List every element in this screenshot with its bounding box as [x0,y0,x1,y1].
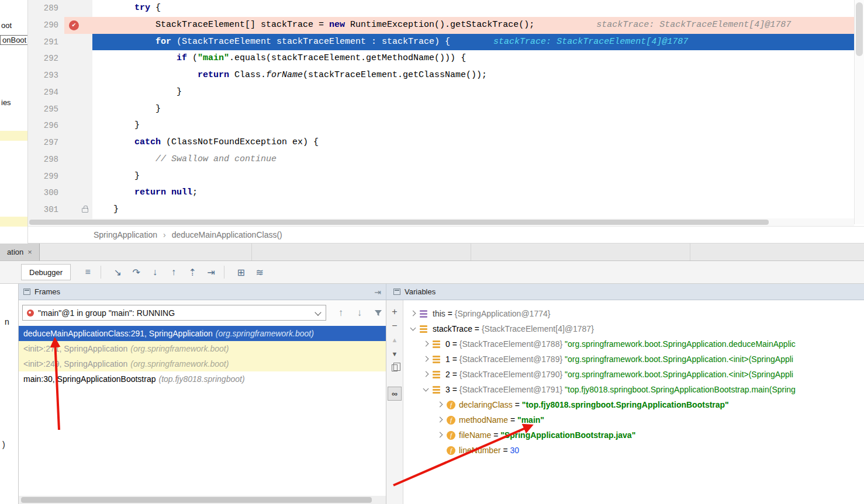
layout-settings-icon[interactable]: ≡ [80,265,95,280]
variable-row[interactable]: stackTrace = {StackTraceElement[4]@1787} [403,321,864,336]
show-referring-objects-icon[interactable]: ∞ [388,387,402,401]
run-config-tab[interactable]: ation × [0,244,40,260]
drop-frame-icon[interactable]: ⇡ [185,265,200,280]
gutter-cell[interactable] [64,67,92,84]
line-number[interactable]: 295 [28,101,64,118]
mute-renderers-icon[interactable]: ≋ [252,265,267,280]
line-number[interactable]: 291 [28,34,64,51]
chevron-expanded-icon[interactable] [422,385,430,394]
code-line[interactable]: 301} [28,201,854,218]
chevron-collapsed-icon[interactable] [436,401,444,409]
step-into-icon[interactable]: ↓ [147,265,163,280]
gutter-cell[interactable] [64,201,92,218]
line-number[interactable]: 294 [28,84,64,101]
gutter-cell[interactable] [64,50,92,67]
thread-selector-dropdown[interactable]: "main"@1 in group "main": RUNNING [22,305,326,321]
frames-panel-title: Frames [34,287,60,296]
variable-row[interactable]: 0 = {StackTraceElement@1788} "org.spring… [403,336,864,352]
move-down-icon[interactable]: ▼ [387,347,402,361]
code-line[interactable]: 295} [28,101,854,118]
filter-frames-icon[interactable] [371,306,386,320]
show-execution-point-icon[interactable]: ↘ [110,265,125,280]
code-line[interactable]: 298// Swallow and continue [28,151,854,168]
gutter-cell[interactable] [64,0,92,17]
frames-horizontal-scrollbar-thumb[interactable] [21,497,372,503]
code-editor[interactable]: 289try {290✔StackTraceElement[] stackTra… [28,0,854,224]
gutter-cell[interactable] [64,151,92,168]
gutter-cell[interactable] [64,168,92,185]
variable-row[interactable]: 3 = {StackTraceElement@1791} "top.fjy801… [403,382,864,397]
code-line[interactable]: 292if ("main".equals(stackTraceElement.g… [28,50,854,67]
variable-row[interactable]: ffileName = "SpringApplicationBootstrap.… [403,427,864,443]
frame-row[interactable]: <init>:249, SpringApplication(org.spring… [19,356,386,371]
gutter-cell[interactable] [64,185,92,201]
chevron-collapsed-icon[interactable] [436,431,444,439]
breakpoint-icon[interactable]: ✔ [69,20,79,30]
frame-row[interactable]: main:30, SpringApplicationBootstrap(top.… [19,371,386,387]
code-line[interactable]: 290✔StackTraceElement[] stackTrace = new… [28,17,854,34]
line-number[interactable]: 297 [28,134,64,151]
line-number[interactable]: 292 [28,50,64,67]
editor-vertical-scrollbar-thumb[interactable] [856,2,863,56]
chevron-collapsed-icon[interactable] [409,310,417,318]
chevron-expanded-icon[interactable] [409,325,417,333]
code-segment: { [150,3,161,13]
variable-row[interactable]: fdeclaringClass = "top.fjy8018.springboo… [403,397,864,412]
line-number[interactable]: 293 [28,67,64,84]
variable-text: {StackTraceElement@1789} [459,354,565,364]
add-watch-icon[interactable]: + [387,305,402,319]
evaluate-expression-icon[interactable]: ⊞ [233,265,248,280]
run-to-cursor-icon[interactable]: ⇥ [203,265,219,280]
duplicate-watch-icon[interactable] [387,361,402,375]
code-segment: StackTraceElement[] stackTrace = [155,20,329,30]
breadcrumb-method[interactable]: deduceMainApplicationClass() [172,230,282,239]
column-divider [471,244,471,260]
variable-row[interactable]: 2 = {StackTraceElement@1790} "org.spring… [403,367,864,382]
hide-panel-icon[interactable]: ⇥ [374,287,381,297]
code-line[interactable]: 299} [28,168,854,185]
gutter-cell[interactable] [64,134,92,151]
code-line[interactable]: 291for (StackTraceElement stackTraceElem… [28,34,854,51]
editor-horizontal-scrollbar-thumb[interactable] [29,220,769,225]
frames-list: deduceMainApplicationClass:291, SpringAp… [19,326,386,387]
chevron-collapsed-icon[interactable] [422,340,430,348]
line-number[interactable]: 300 [28,185,64,201]
gutter-cell[interactable] [64,101,92,118]
variable-row[interactable]: flineNumber = 30 [403,443,864,458]
variable-row[interactable]: 1 = {StackTraceElement@1789} "org.spring… [403,352,864,367]
variable-row[interactable]: this = {SpringApplication@1774} [403,306,864,321]
breadcrumb-separator-icon: › [163,230,166,239]
gutter-cell[interactable] [64,117,92,134]
code-line[interactable]: 289try { [28,0,854,17]
line-number[interactable]: 298 [28,151,64,168]
variable-row[interactable]: fmethodName = "main" [403,412,864,427]
line-number[interactable]: 290 [28,17,64,34]
code-line[interactable]: 300return null; [28,185,854,201]
gutter-cell[interactable] [64,34,92,51]
remove-watch-icon[interactable]: − [387,319,402,333]
next-frame-icon[interactable]: ↓ [352,306,367,320]
breadcrumb-class[interactable]: SpringApplication [94,230,157,239]
line-number[interactable]: 296 [28,117,64,134]
close-tab-icon[interactable]: × [27,248,32,256]
code-line[interactable]: 297catch (ClassNotFoundException ex) { [28,134,854,151]
code-line[interactable]: 293return Class.forName(stackTraceElemen… [28,67,854,84]
line-number[interactable]: 289 [28,0,64,17]
gutter-cell[interactable] [64,84,92,101]
gutter-cell[interactable]: ✔ [64,17,92,34]
code-line[interactable]: 294} [28,84,854,101]
frame-row[interactable]: deduceMainApplicationClass:291, SpringAp… [19,326,386,341]
previous-frame-icon[interactable]: ↑ [333,306,348,320]
code-segment: if [177,53,187,63]
move-up-icon[interactable]: ▲ [387,333,402,347]
code-line[interactable]: 296} [28,117,854,134]
chevron-collapsed-icon[interactable] [436,416,444,424]
line-number[interactable]: 299 [28,168,64,185]
line-number[interactable]: 301 [28,201,64,218]
chevron-collapsed-icon[interactable] [422,370,430,378]
tab-debugger[interactable]: Debugger [21,264,71,280]
chevron-collapsed-icon[interactable] [422,355,430,363]
frame-row[interactable]: <init>:271, SpringApplication(org.spring… [19,341,386,356]
step-out-icon[interactable]: ↑ [166,265,181,280]
step-over-icon[interactable]: ↷ [129,265,144,280]
